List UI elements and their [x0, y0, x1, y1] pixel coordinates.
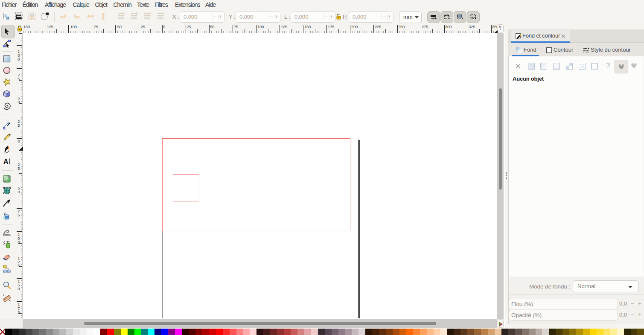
svg-text:A: A [3, 158, 9, 165]
